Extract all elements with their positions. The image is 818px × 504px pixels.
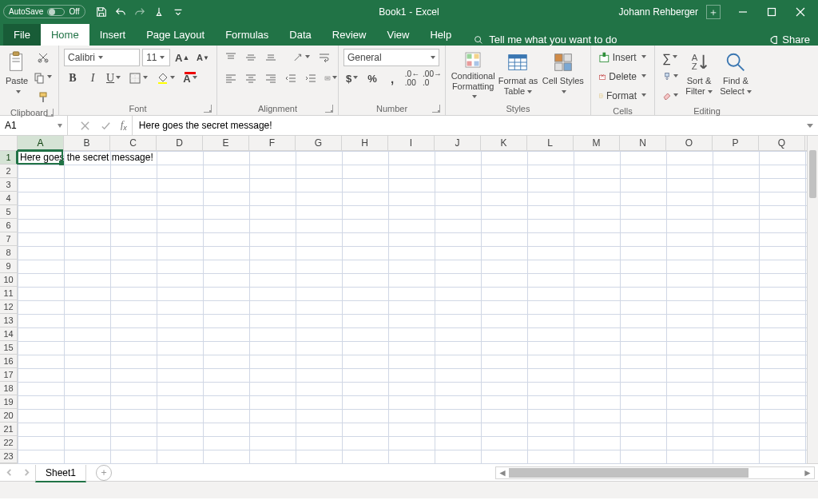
save-button[interactable] [95, 6, 108, 18]
close-button[interactable] [786, 0, 815, 23]
sheet-tab-sheet1[interactable]: Sheet1 [35, 465, 86, 482]
select-all-corner[interactable] [0, 136, 18, 151]
align-right-button[interactable] [262, 69, 280, 87]
row-header-9[interactable]: 9 [0, 260, 17, 273]
font-dialog-launcher[interactable] [204, 105, 212, 113]
autosum-button[interactable]: ∑ [660, 49, 681, 66]
row-header-20[interactable]: 20 [0, 409, 17, 423]
number-format-combo[interactable]: General [343, 49, 439, 66]
conditional-formatting-button[interactable]: Conditional Formatting [451, 49, 495, 101]
col-header-G[interactable]: G [296, 136, 342, 150]
row-header-8[interactable]: 8 [0, 246, 17, 260]
row-header-21[interactable]: 21 [0, 423, 17, 436]
col-header-D[interactable]: D [157, 136, 203, 150]
col-header-N[interactable]: N [620, 136, 666, 150]
borders-button[interactable] [126, 69, 151, 87]
align-middle-button[interactable] [242, 49, 260, 66]
col-header-A[interactable]: A [18, 136, 64, 150]
row-header-1[interactable]: 1 [0, 151, 17, 165]
align-center-button[interactable] [242, 69, 260, 87]
col-header-B[interactable]: B [64, 136, 110, 150]
row-header-16[interactable]: 16 [0, 355, 17, 368]
row-header-17[interactable]: 17 [0, 368, 17, 382]
vertical-scrollbar[interactable] [807, 136, 818, 463]
align-left-button[interactable] [222, 69, 240, 87]
accounting-format-button[interactable]: $ [343, 69, 361, 87]
cell-styles-button[interactable]: Cell Styles [541, 49, 586, 101]
cancel-formula-button[interactable] [74, 116, 95, 135]
row-header-6[interactable]: 6 [0, 219, 17, 232]
tab-view[interactable]: View [376, 24, 419, 46]
bold-button[interactable]: B [64, 69, 81, 87]
merge-center-button[interactable] [322, 69, 340, 87]
number-dialog-launcher[interactable] [432, 105, 440, 113]
fill-color-button[interactable] [153, 69, 178, 87]
row-header-15[interactable]: 15 [0, 341, 17, 355]
enter-formula-button[interactable] [95, 116, 116, 135]
tab-page-layout[interactable]: Page Layout [136, 24, 215, 46]
tab-insert[interactable]: Insert [89, 24, 137, 46]
col-header-J[interactable]: J [435, 136, 481, 150]
row-header-22[interactable]: 22 [0, 436, 17, 450]
sheet-nav-prev[interactable] [3, 467, 14, 478]
col-header-C[interactable]: C [110, 136, 157, 150]
find-select-button[interactable]: Find & Select [717, 49, 754, 101]
decrease-indent-button[interactable] [282, 69, 300, 87]
sort-filter-button[interactable]: AZ Sort & Filter [681, 49, 717, 101]
row-header-23[interactable]: 23 [0, 450, 17, 463]
font-size-combo[interactable]: 11 [142, 49, 170, 66]
minimize-button[interactable] [729, 0, 757, 23]
wrap-text-button[interactable] [316, 49, 333, 66]
insert-cells-button[interactable]: Insert [596, 49, 649, 66]
autosave-toggle[interactable]: AutoSave Off [3, 5, 85, 18]
new-sheet-button[interactable]: ＋ [96, 465, 112, 481]
maximize-button[interactable] [757, 0, 786, 23]
row-header-7[interactable]: 7 [0, 232, 17, 246]
cut-button[interactable] [34, 49, 52, 66]
align-bottom-button[interactable] [262, 49, 280, 66]
tab-home[interactable]: Home [41, 24, 89, 46]
copy-button[interactable] [30, 69, 55, 86]
horizontal-scrollbar[interactable]: ◄► [495, 466, 815, 479]
name-box[interactable]: A1 [0, 116, 68, 135]
format-as-table-button[interactable]: Format as Table [495, 49, 540, 101]
decrease-font-button[interactable]: A▼ [194, 49, 212, 66]
undo-button[interactable] [114, 6, 127, 18]
tab-help[interactable]: Help [419, 24, 462, 46]
redo-button[interactable] [133, 6, 146, 18]
touch-mouse-mode-button[interactable] [153, 6, 165, 18]
row-header-2[interactable]: 2 [0, 165, 17, 178]
underline-button[interactable]: U [104, 69, 124, 87]
worksheet-grid[interactable]: ABCDEFGHIJKLMNOPQ 1234567891011121314151… [0, 136, 818, 463]
col-header-K[interactable]: K [481, 136, 527, 150]
comma-format-button[interactable]: , [383, 69, 401, 87]
col-header-Q[interactable]: Q [759, 136, 805, 150]
italic-button[interactable]: I [84, 69, 101, 87]
share-button[interactable]: Share [759, 34, 818, 46]
col-header-I[interactable]: I [388, 136, 435, 150]
row-header-18[interactable]: 18 [0, 382, 17, 395]
insert-function-button[interactable]: fx [116, 119, 132, 132]
increase-decimal-button[interactable]: .0←.00 [403, 69, 421, 87]
clipboard-dialog-launcher[interactable] [46, 109, 54, 117]
alignment-dialog-launcher[interactable] [325, 105, 333, 113]
tab-formulas[interactable]: Formulas [215, 24, 279, 46]
format-painter-button[interactable] [34, 89, 52, 106]
ribbon-display-options[interactable] [706, 5, 721, 19]
tab-file[interactable]: File [3, 24, 41, 46]
col-header-L[interactable]: L [527, 136, 574, 150]
font-name-combo[interactable]: Calibri [64, 49, 140, 66]
font-color-button[interactable]: A [181, 69, 200, 87]
decrease-decimal-button[interactable]: .00→.0 [423, 69, 441, 87]
formula-input[interactable] [133, 116, 802, 135]
clear-button[interactable] [660, 87, 681, 105]
row-header-19[interactable]: 19 [0, 395, 17, 409]
row-header-5[interactable]: 5 [0, 205, 17, 219]
row-header-3[interactable]: 3 [0, 178, 17, 192]
tab-data[interactable]: Data [279, 24, 321, 46]
row-header-11[interactable]: 11 [0, 287, 17, 300]
fill-button[interactable] [660, 68, 681, 85]
align-top-button[interactable] [222, 49, 240, 66]
col-header-E[interactable]: E [203, 136, 249, 150]
increase-font-button[interactable]: A▲ [173, 49, 192, 66]
